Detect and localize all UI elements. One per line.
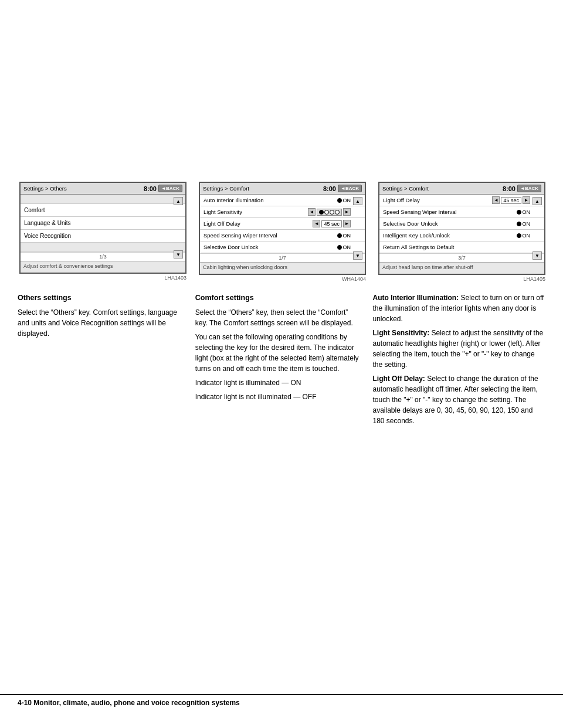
screen1-back-label: BACK [166,186,179,191]
back-arrow-icon: ◄ [161,186,166,191]
scroll-down2-btn[interactable] [353,251,362,260]
footer-bar: 4-10 Monitor, climate, audio, phone and … [0,694,563,710]
screen1-time: 8:00 [144,185,157,192]
delay-value-text: 45 sec [321,220,342,227]
scroll-up2-btn[interactable] [353,197,362,205]
text-auto-interior: Auto Interior Illumination: Select to tu… [372,292,545,430]
screen3-footer: Adjust head lamp on time after shut-off [379,262,544,274]
menu-item-comfort[interactable]: Comfort [21,204,185,217]
setting-speed-sensing[interactable]: Speed Sensing Wiper Interval ON [200,230,365,241]
comfort-settings-para3: Indicator light is illuminated — ON [195,377,362,388]
screens-row: Settings > Others 8:00 ◄ BACK [18,182,545,282]
screen2-breadcrumb: Settings > Comfort [203,185,249,192]
intelligent-on-dot [517,233,521,238]
speed-sensing2-value: ON [517,209,531,215]
menu-item-voice[interactable]: Voice Recognition [21,230,185,243]
setting-selective-unlock[interactable]: Selective Door Unlock ON [200,241,365,253]
up-arrow2-icon [355,199,360,204]
screen2-code: WHA1404 [197,276,366,282]
screen1-top-empty [21,195,185,204]
screen3-back-btn[interactable]: ◄ BACK [517,185,541,192]
setting-light-off-delay[interactable]: Light Off Delay 45 sec [200,218,365,230]
screen3-code: LHA1405 [377,276,545,282]
back-arrow2-icon: ◄ [341,186,345,191]
up-arrow-icon [176,199,181,204]
light-off-delay-value: 45 sec [313,220,351,227]
screen3-time: 8:00 [503,185,515,192]
dot3 [330,210,334,215]
light-off-delay-bold: Light Off Delay: [372,375,425,383]
setting-speed-sensing2[interactable]: Speed Sensing Wiper Interval ON [379,206,544,218]
scroll-up3-btn[interactable] [533,197,542,205]
selective-door-label: Selective Door Unlock [383,220,517,227]
language-label: Language & Units [24,220,71,226]
menu-item-language[interactable]: Language & Units [21,217,185,230]
screen-others: Settings > Others 8:00 ◄ BACK [19,182,186,274]
screen-block-2: Settings > Comfort 8:00 ◄ BACK [197,182,366,282]
setting-return-all[interactable]: Return All Settings to Default [379,241,544,253]
scroll-down3-btn[interactable] [533,251,542,260]
up-arrow3-icon [535,199,540,204]
scroll-down-btn[interactable] [174,250,183,258]
footer-text: 4-10 Monitor, climate, audio, phone and … [18,699,240,707]
speed-sensing-label: Speed Sensing Wiper Interval [204,232,337,239]
down-arrow2-icon [355,253,360,258]
screen3-header: Settings > Comfort 8:00 ◄ BACK [379,183,544,195]
screen1-bottom-empty [21,243,185,252]
screen1-body: Comfort Language & Units Voice Recogniti… [21,195,185,261]
comfort-settings-para1: Select the “Others” key, then select the… [195,307,362,328]
light-sens-bold: Light Sensitivity: [372,329,429,337]
text-comfort-settings: Comfort settings Select the “Others” key… [195,292,362,430]
screen1-header-right: 8:00 ◄ BACK [144,185,182,192]
dot4 [335,210,340,215]
screen1-header: Settings > Others 8:00 ◄ BACK [21,183,185,195]
delay2-right-arrow[interactable] [523,196,530,204]
delay-right-arrow[interactable] [343,220,351,227]
screen3-breadcrumb: Settings > Comfort [382,185,429,192]
others-settings-title: Others settings [18,292,185,304]
selective-unlock-on: ON [343,244,351,250]
screen2-footer: Cabin lighting when unlocking doors [200,262,365,274]
voice-label: Voice Recognition [24,233,71,239]
setting-light-sensitivity[interactable]: Light Sensitivity [200,206,365,218]
screen3-controls [533,197,543,260]
text-others-settings: Others settings Select the “Others” key.… [18,292,185,430]
setting-selective-door-unlock[interactable]: Selective Door Unlock ON [379,218,544,230]
selective-door-on-dot [517,222,521,226]
others-settings-para1: Select the “Others” key. Comfort setting… [18,307,185,339]
selective-door-on: ON [523,221,531,227]
screen1-footer: Adjust comfort & convenience settings [21,261,185,273]
delay2-left-arrow[interactable] [492,196,500,204]
screen-comfort1: Settings > Comfort 8:00 ◄ BACK [199,182,366,275]
screen2-page-indicator: 1/7 [200,253,365,262]
text-sections: Others settings Select the “Others” key.… [18,292,545,430]
speed-sensing-value: ON [337,233,351,239]
intelligent-key-label: Intelligent Key Lock/Unlock [383,232,517,239]
setting-light-off-delay2[interactable]: Light Off Delay 45 sec [379,195,544,206]
auto-interior-on: ON [343,198,351,203]
selective-unlock-value: ON [337,244,351,250]
down-arrow3-icon [535,253,540,258]
speed-sensing2-label: Speed Sensing Wiper Interval [383,209,517,215]
light-sens-dots [317,209,342,216]
setting-auto-interior[interactable]: Auto Interior Illumination ON [200,195,365,206]
screen1-breadcrumb: Settings > Others [23,185,67,192]
on-dot-icon [337,198,342,203]
setting-intelligent-key[interactable]: Intelligent Key Lock/Unlock ON [379,230,544,241]
screen2-back-btn[interactable]: ◄ BACK [338,185,362,192]
return-all-label: Return All Settings to Default [383,244,530,250]
scroll-up-btn[interactable] [174,197,183,205]
screen1-back-btn[interactable]: ◄ BACK [158,185,182,192]
delay-left-arrow[interactable] [313,220,320,227]
page: Settings > Others 8:00 ◄ BACK [0,0,563,728]
screen3-back-label: BACK [525,186,538,191]
light-off-delay-label: Light Off Delay [204,220,313,227]
light-sens-left-arrow[interactable] [308,208,316,216]
speed2-on-dot [517,210,521,215]
light-sens-right-arrow[interactable] [343,208,351,216]
selective-door-value: ON [517,221,531,227]
comfort-settings-title: Comfort settings [195,292,362,304]
dot2 [324,210,329,215]
auto-interior-para: Auto Interior Illumination: Select to tu… [372,292,545,324]
screen3-body: Light Off Delay 45 sec Speed Sensing Wip… [379,195,544,262]
